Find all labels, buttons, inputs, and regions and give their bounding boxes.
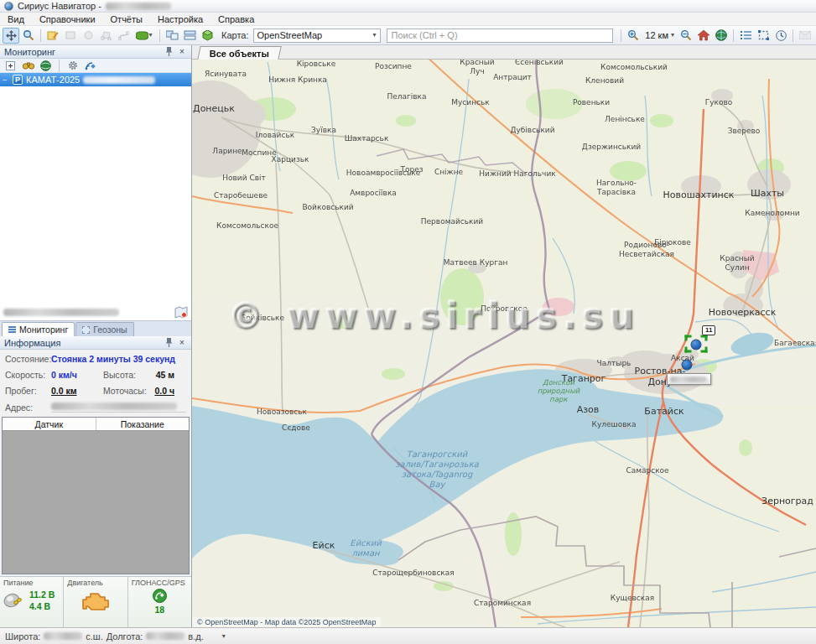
expand-all-button[interactable] [3,60,18,72]
monitoring-toolbar [0,59,191,73]
send-message-button[interactable] [797,28,813,44]
add-polyline-geozone-button[interactable] [115,28,132,44]
redacted-latitude [44,632,82,640]
left-panel: Мониторинг × [0,45,192,627]
gps-label: ГЛОНАСС/GPS [132,579,188,587]
whole-map-button[interactable] [713,28,730,44]
zoom-in-button[interactable] [625,28,642,44]
menu-bar: Вид Справочники Отчёты Настройка Справка [0,13,816,26]
show-on-map-button[interactable] [39,60,53,72]
windows-layout-icon [166,30,179,40]
gps-satellites-count: 18 [132,605,188,615]
magnifier-icon [23,29,34,41]
close-icon[interactable]: × [177,338,187,348]
toolbar-separator [59,60,60,72]
vehicle-marker[interactable] [682,360,693,371]
latitude-suffix: с.ш. [86,631,102,641]
toolbar-separator [159,29,160,42]
zoom-out-button[interactable] [678,28,694,44]
power-cell: Питание 11.2 В 4.4 В [0,577,64,627]
column-sensor[interactable]: Датчик [3,418,96,430]
mileage-value[interactable]: 0.0 км [51,386,103,396]
add-polygon-geozone-button[interactable] [97,28,114,44]
track-color-button[interactable]: ▾ [133,28,156,44]
find-object-button[interactable] [21,60,35,72]
pan-tool-button[interactable] [3,28,19,44]
layout-windows-button[interactable] [164,28,180,44]
add-circle-geozone-button[interactable] [80,28,96,44]
object-settings-button[interactable] [65,60,80,72]
engine-hours-value[interactable]: 0.0 ч [152,386,186,396]
tab-geozones-label: Геозоны [93,325,127,335]
chevron-down-icon[interactable]: ▾ [222,633,226,640]
circle-shape-icon [83,30,94,40]
zoom-level-select[interactable]: 12 км ▾ [642,28,677,44]
connection-status-button[interactable] [83,60,97,72]
geozone-map-icon[interactable] [174,306,188,319]
menu-directories[interactable]: Справочники [32,13,103,25]
sensors-table-header: Датчик Показание [3,418,189,431]
polygon-shape-icon [101,30,112,40]
home-icon [698,30,709,41]
polyline-shape-icon [118,30,129,40]
toolbar-separator [793,29,793,42]
pin-icon[interactable] [164,338,174,348]
edit-geozone-button[interactable] [44,28,61,44]
toolbar-separator [40,29,41,42]
pin-icon[interactable] [164,47,174,57]
redacted-vehicle-info [83,76,155,84]
tree-expander-icon[interactable]: – [3,75,9,84]
redacted-title-text [106,3,171,10]
search-map-button[interactable] [20,28,37,44]
app-icon [4,2,13,11]
monitoring-panel-header: Мониторинг × [0,45,191,59]
map-tab-label: Все объекты [210,49,269,59]
tab-monitoring[interactable]: Мониторинг [2,322,75,336]
search-input[interactable]: Поиск (Ctrl + Q) [387,29,614,43]
vehicle-marker-selected[interactable] [691,340,702,351]
engine-cell: Двигатель [64,577,127,627]
select-area-button[interactable] [755,28,772,44]
edit-icon [47,30,59,41]
move-arrows-icon [6,30,17,41]
redacted-address [51,402,177,410]
parking-status-icon: P [13,75,23,85]
sensors-table[interactable]: Датчик Показание [2,417,190,574]
list-icon [741,30,751,40]
layout-horizontal-button[interactable] [181,28,198,44]
title-bar: Сириус Навигатор - [0,0,816,13]
menu-help[interactable]: Справка [210,13,262,25]
map-3d-button[interactable] [199,28,216,44]
tab-monitoring-label: Мониторинг [19,325,68,335]
object-list-button[interactable] [737,28,754,44]
tree-row-secondary[interactable] [0,305,191,319]
map-tab-all-objects[interactable]: Все объекты [197,46,281,60]
menu-reports[interactable]: Отчёты [103,13,150,25]
split-layout-icon [184,30,196,40]
tree-row-vehicle[interactable]: – P КАМАТ-2025 [0,73,191,86]
status-cells: Питание 11.2 В 4.4 В Двигатель [0,576,191,627]
chevron-down-icon: ▾ [148,32,152,39]
mileage-label: Пробег: [5,386,51,396]
binoculars-icon [23,61,34,70]
state-label: Состояние: [5,354,51,364]
toolbar-separator [733,29,734,42]
menu-view[interactable]: Вид [0,13,32,25]
home-view-button[interactable] [695,28,712,44]
menu-settings[interactable]: Настройка [150,13,210,25]
engine-icon [80,590,112,612]
column-reading[interactable]: Показание [96,418,190,430]
globe-icon [715,29,727,41]
mail-icon [799,31,811,39]
close-icon[interactable]: × [177,47,187,57]
plus-box-icon [6,61,15,70]
vehicle-tree[interactable]: – P КАМАТ-2025 [0,73,191,320]
tab-geozones[interactable]: Геозоны [75,322,133,336]
history-time-button[interactable] [772,28,789,44]
satellite-icon [85,60,96,70]
zoom-level-value: 12 км [645,30,668,40]
map-provider-select[interactable]: OpenStreetMap ▾ [253,29,381,43]
map-area[interactable]: Все объекты [192,45,816,627]
power-voltage-backup: 4.4 В [29,601,55,611]
add-rect-geozone-button[interactable] [62,28,79,44]
